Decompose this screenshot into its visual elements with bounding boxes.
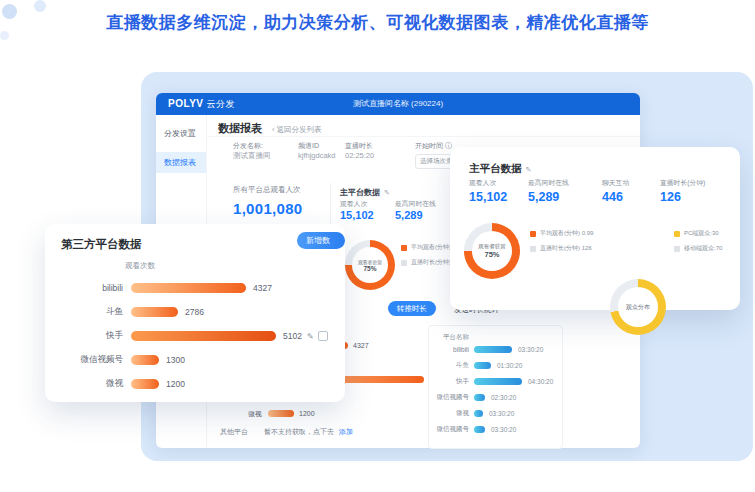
info-field: 直播时长 02:25:20 (345, 141, 374, 160)
decor-dot (0, 31, 9, 40)
row-action-icon[interactable] (318, 331, 328, 341)
bar-row: 微视 1200 (214, 408, 315, 419)
bar-row: 斗鱼 2786 (55, 306, 204, 318)
push-duration-panel: 平台名称 bilibili 03:30:20 斗鱼 01:30:20 快手 (428, 325, 563, 449)
edit-icon[interactable]: ✎ (526, 166, 532, 173)
sidebar-item-data-report[interactable]: 数据报表 (156, 152, 206, 173)
column-header: 平台名称 (443, 333, 469, 342)
third-party-data-card: 第三方平台数据 新增数据 观看次数 bilibili 4327 斗鱼 2786 … (45, 224, 345, 402)
window-header: 测试直播间名称 (290224) POLYV云分发 (156, 93, 640, 115)
sidebar-item-distribution-settings[interactable]: 分发设置 (156, 123, 206, 144)
bar-row: 微信视频号 1300 (55, 354, 185, 366)
decor-dot (2, 4, 17, 19)
donut-legend: 平均观看(分钟) 0.99 直播时长(分钟) 126 (530, 229, 593, 259)
legend-swatch (401, 260, 407, 266)
mini-stat: 观看人次 15,102 (340, 199, 374, 221)
divider (206, 136, 640, 137)
unsupported-platform-note: 其他平台 暂不支持获取，点下去 添加 (220, 427, 353, 437)
bar (131, 355, 159, 365)
bar-row: 斗鱼 01:30:20 (429, 360, 562, 370)
bar (268, 410, 294, 417)
bar (131, 283, 246, 293)
legend-swatch (530, 246, 536, 252)
legend-swatch (674, 246, 680, 252)
page-title: 数据报表 (218, 121, 262, 136)
legend-swatch (674, 231, 680, 237)
stat-views: 观看人次 15,102 (469, 178, 507, 204)
bar-row: bilibili 4327 (55, 282, 272, 294)
viewer-retention-donut: 观看者驻留 75% (464, 223, 520, 279)
legend-swatch (401, 245, 407, 251)
bar (474, 378, 522, 385)
edit-icon[interactable]: ✎ (307, 332, 314, 341)
bar-row: 微信视频号 02:30:20 (429, 392, 562, 402)
card-title: 主平台数据 (469, 162, 522, 174)
bar (474, 410, 483, 417)
info-field: 分发名称: 测试直播间 (233, 141, 271, 161)
main-platform-data-card: 主平台数据✎ 观看人次 15,102 最高同时在线 5,289 聊天互动 446… (450, 147, 740, 310)
audience-distribution-donut: 观众分布 (610, 279, 666, 335)
page-headline: 直播数据多维沉淀，助力决策分析、可视化数据图表，精准优化直播等 (0, 11, 755, 34)
axis-label: 观看次数 (125, 261, 155, 271)
bar-row: 微信视频号 03:30:20 (429, 424, 562, 434)
breadcrumb[interactable]: ‹ 返回分发列表 (272, 125, 322, 135)
bar-row: 快手 5102 ✎ (55, 330, 328, 342)
bar-row: 微视 03:30:20 (429, 408, 562, 418)
bar (131, 307, 178, 317)
mini-stat: 最高同时在线 5,289 (395, 199, 436, 221)
bar (131, 379, 159, 389)
bar (474, 346, 512, 353)
edit-icon[interactable]: ✎ (384, 189, 390, 196)
bar-row: 微视 1200 (55, 378, 185, 390)
bar-row: bilibili 03:30:20 (429, 344, 562, 354)
bar (474, 426, 485, 433)
card-title: 第三方平台数据 (61, 237, 142, 252)
add-link[interactable]: 添加 (339, 428, 353, 435)
bar-row: 快手 04:30:20 (429, 376, 562, 386)
viewer-retention-donut: 观看者驻留 75% (345, 240, 395, 290)
stat-chat-interactions: 聊天互动 446 (602, 178, 629, 204)
bar (474, 362, 491, 369)
info-field: 频道ID kjfhjgdcakd (298, 141, 336, 160)
stat-duration: 直播时长(分钟) 126 (660, 178, 705, 204)
total-views-stat: 所有平台总观看人次 1,001,080 (233, 185, 302, 217)
bar (474, 394, 485, 401)
add-data-button[interactable]: 新增数据 (297, 232, 345, 249)
bar (131, 331, 276, 341)
legend-swatch (530, 231, 536, 237)
decor-dot (34, 0, 46, 12)
stat-peak-online: 最高同时在线 5,289 (528, 178, 569, 204)
brand-logo: POLYV云分发 (168, 93, 235, 115)
tab-push-duration[interactable]: 转推时长 (388, 301, 436, 316)
donut-legend: PC端观众:30 移动端观众:70 (674, 229, 722, 259)
mini-platform-title: 主平台数据✎ (340, 181, 390, 199)
page: 直播数据多维沉淀，助力决策分析、可视化数据图表，精准优化直播等 测试直播间名称 … (0, 0, 755, 492)
